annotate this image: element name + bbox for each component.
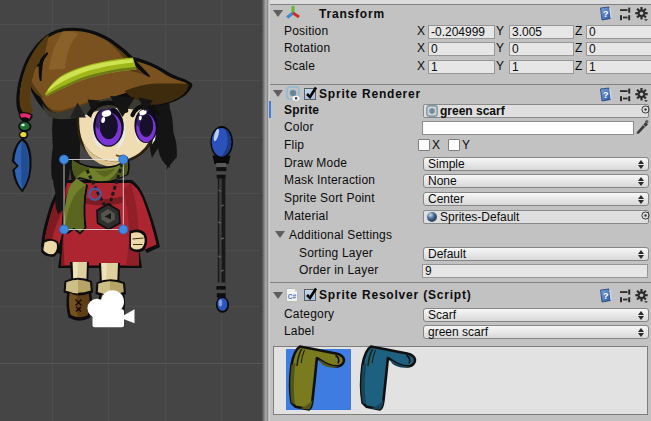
svg-text:?: ? (603, 9, 609, 19)
svg-text:C#: C# (288, 293, 297, 300)
svg-text:?: ? (603, 291, 609, 301)
svg-text:?: ? (603, 90, 609, 100)
